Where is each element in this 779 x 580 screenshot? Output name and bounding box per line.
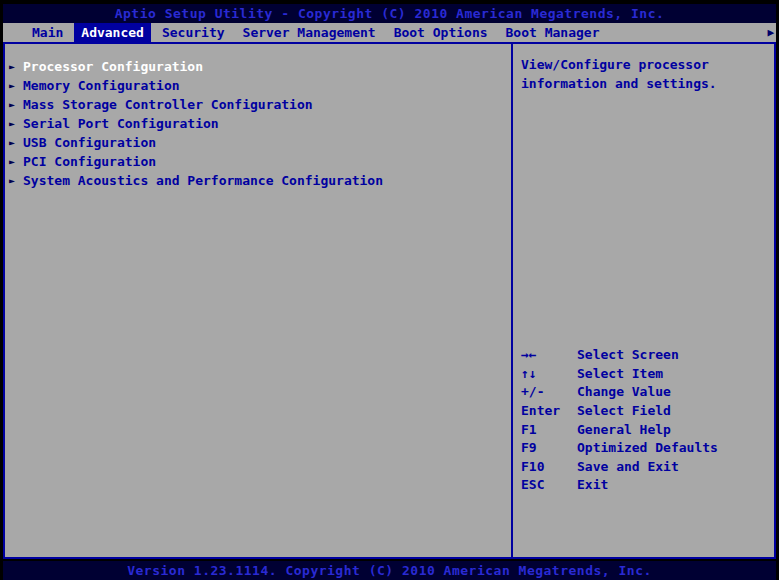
legend-action: Select Item xyxy=(577,365,663,384)
footer-bar: Version 1.23.1114. Copyright (C) 2010 Am… xyxy=(3,561,776,580)
option-label: Mass Storage Controller Configuration xyxy=(23,95,313,114)
option-label: USB Configuration xyxy=(23,133,156,152)
option-label: Serial Port Configuration xyxy=(23,114,219,133)
menu-item-usb-configuration[interactable]: ► USB Configuration xyxy=(7,133,511,152)
legend-action: Select Screen xyxy=(577,346,679,365)
menu-item-mass-storage-controller-configuration[interactable]: ► Mass Storage Controller Configuration xyxy=(7,95,511,114)
legend-row-exit: ESC Exit xyxy=(521,476,768,495)
menu-scroll-right-icon: ▶ xyxy=(767,26,774,39)
legend-key: ESC xyxy=(521,476,577,495)
legend-action: Exit xyxy=(577,476,608,495)
legend-action: General Help xyxy=(577,421,671,440)
legend-key: F1 xyxy=(521,421,577,440)
bios-setup-screen: Aptio Setup Utility - Copyright (C) 2010… xyxy=(0,0,779,580)
submenu-arrow-icon: ► xyxy=(7,95,23,114)
title-bar: Aptio Setup Utility - Copyright (C) 2010… xyxy=(3,4,776,23)
main-panel: ► Processor Configuration ► Memory Confi… xyxy=(3,42,776,559)
menu-bar: Main Advanced Security Server Management… xyxy=(3,23,776,42)
tab-boot-manager[interactable]: Boot Manager xyxy=(499,23,607,42)
legend-action: Save and Exit xyxy=(577,458,679,477)
tab-server-management[interactable]: Server Management xyxy=(236,23,383,42)
submenu-arrow-icon: ► xyxy=(7,171,23,190)
legend-row-save-and-exit: F10 Save and Exit xyxy=(521,458,768,477)
legend-action: Change Value xyxy=(577,383,671,402)
option-label: Memory Configuration xyxy=(23,76,180,95)
legend-row-select-field: Enter Select Field xyxy=(521,402,768,421)
legend-action: Select Field xyxy=(577,402,671,421)
submenu-arrow-icon: ► xyxy=(7,57,23,76)
title-text: Aptio Setup Utility - Copyright (C) 2010… xyxy=(115,6,665,21)
footer-text: Version 1.23.1114. Copyright (C) 2010 Am… xyxy=(127,563,652,578)
tab-advanced[interactable]: Advanced xyxy=(74,23,151,42)
legend-row-change-value: +/- Change Value xyxy=(521,383,768,402)
legend-key: →← xyxy=(521,346,577,365)
legend-key: F10 xyxy=(521,458,577,477)
legend-key: Enter xyxy=(521,402,577,421)
help-pane: View/Configure processor information and… xyxy=(511,44,774,557)
help-text: View/Configure processor information and… xyxy=(521,55,753,93)
option-label: Processor Configuration xyxy=(23,57,203,76)
spacer xyxy=(521,93,768,346)
submenu-arrow-icon: ► xyxy=(7,133,23,152)
legend-key: F9 xyxy=(521,439,577,458)
menu-item-system-acoustics-and-performance-configuration[interactable]: ► System Acoustics and Performance Confi… xyxy=(7,171,511,190)
legend-row-select-item: ↑↓ Select Item xyxy=(521,365,768,384)
legend-action: Optimized Defaults xyxy=(577,439,718,458)
legend-row-select-screen: →← Select Screen xyxy=(521,346,768,365)
tab-main[interactable]: Main xyxy=(25,23,70,42)
menu-item-memory-configuration[interactable]: ► Memory Configuration xyxy=(7,76,511,95)
legend-row-general-help: F1 General Help xyxy=(521,421,768,440)
submenu-arrow-icon: ► xyxy=(7,76,23,95)
menu-item-pci-configuration[interactable]: ► PCI Configuration xyxy=(7,152,511,171)
legend-row-optimized-defaults: F9 Optimized Defaults xyxy=(521,439,768,458)
tab-boot-options[interactable]: Boot Options xyxy=(387,23,495,42)
submenu-arrow-icon: ► xyxy=(7,152,23,171)
key-legend: →← Select Screen ↑↓ Select Item +/- Chan… xyxy=(521,346,768,495)
legend-key: ↑↓ xyxy=(521,365,577,384)
menu-item-serial-port-configuration[interactable]: ► Serial Port Configuration xyxy=(7,114,511,133)
option-label: System Acoustics and Performance Configu… xyxy=(23,171,383,190)
options-pane: ► Processor Configuration ► Memory Confi… xyxy=(5,44,511,557)
tab-security[interactable]: Security xyxy=(155,23,232,42)
menu-item-processor-configuration[interactable]: ► Processor Configuration xyxy=(7,57,511,76)
submenu-arrow-icon: ► xyxy=(7,114,23,133)
legend-key: +/- xyxy=(521,383,577,402)
option-label: PCI Configuration xyxy=(23,152,156,171)
